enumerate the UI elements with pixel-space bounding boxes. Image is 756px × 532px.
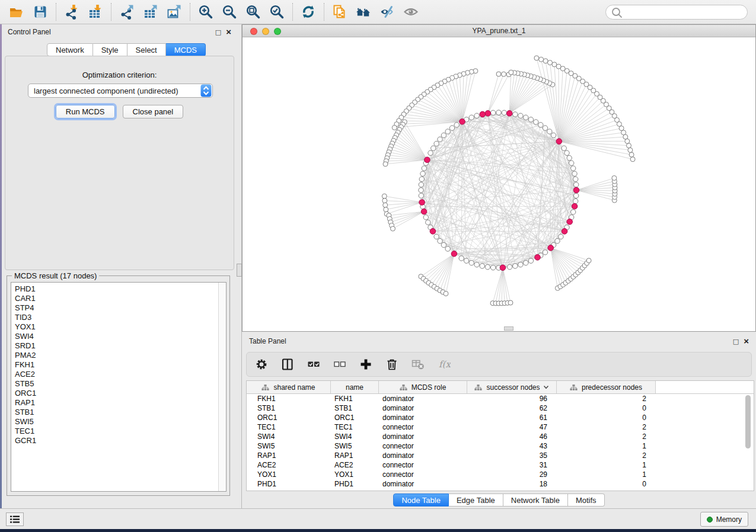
mcds-result-node[interactable]: PMA2	[15, 351, 226, 360]
memory-button[interactable]: Memory	[700, 512, 748, 527]
export-network-button[interactable]	[115, 2, 139, 22]
clone-network-icon	[332, 4, 347, 20]
clone-network-button[interactable]	[328, 2, 352, 22]
delete-column-button[interactable]	[385, 358, 398, 371]
tab-motifs[interactable]: Motifs	[568, 493, 605, 507]
cell-successor-nodes: 47	[467, 423, 557, 431]
column-header-MCDS-role[interactable]: MCDS role	[379, 381, 467, 393]
horizontal-splitter-handle[interactable]	[504, 326, 513, 331]
table-scrollbar[interactable]	[745, 395, 752, 490]
tab-style[interactable]: Style	[93, 43, 127, 56]
node-table[interactable]: shared namenameMCDS rolesuccessor nodesp…	[246, 380, 754, 491]
table-panel-float-icon[interactable]: □	[733, 338, 739, 345]
mcds-result-node[interactable]: GCR1	[15, 436, 226, 446]
toolbar-separator	[292, 3, 293, 21]
network-canvas[interactable]	[243, 37, 755, 331]
table-row[interactable]: YOX1YOX1connector291	[247, 470, 754, 479]
run-mcds-button[interactable]: Run MCDS	[56, 105, 115, 118]
table-row[interactable]: RAP1RAP1dominator352	[247, 451, 754, 460]
control-panel-float-icon[interactable]: □	[215, 28, 221, 36]
export-image-button[interactable]	[162, 2, 186, 22]
table-row[interactable]: ORC1ORC1dominator610	[247, 413, 754, 422]
tab-edge-table[interactable]: Edge Table	[449, 493, 503, 507]
close-panel-button[interactable]: Close panel	[123, 105, 184, 118]
deselect-all-button[interactable]	[333, 358, 346, 371]
column-layout-button[interactable]	[281, 358, 294, 371]
refresh-button[interactable]	[296, 2, 320, 22]
save-session-button[interactable]	[28, 2, 52, 22]
settings-gear-button[interactable]	[255, 358, 268, 371]
column-header-predecessor-nodes[interactable]: predecessor nodes	[557, 381, 656, 393]
mcds-result-node[interactable]: STB1	[15, 408, 226, 417]
column-header-shared-name[interactable]: shared name	[247, 381, 331, 393]
cell-name: TEC1	[331, 423, 379, 431]
table-row[interactable]: ACE2ACE2connector311	[247, 460, 754, 470]
table-row[interactable]: TEC1TEC1connector472	[247, 422, 754, 432]
maximize-traffic-light[interactable]	[274, 28, 281, 35]
network-window-titlebar[interactable]: YPA_prune.txt_1	[243, 25, 755, 37]
minimize-traffic-light[interactable]	[262, 28, 269, 35]
column-header-name[interactable]: name	[331, 381, 379, 393]
add-column-button[interactable]	[359, 358, 372, 371]
mcds-result-node[interactable]: YOX1	[15, 322, 226, 332]
vertical-splitter-handle[interactable]	[237, 264, 242, 277]
optimization-criterion-select[interactable]: largest connected component (undirected)	[28, 84, 213, 98]
cell-successor-nodes: 96	[467, 395, 557, 403]
mcds-result-node[interactable]: ACE2	[15, 370, 226, 379]
show-graphics-details-button[interactable]	[399, 2, 423, 22]
zoom-out-button[interactable]	[218, 2, 241, 22]
mcds-result-node[interactable]: STP4	[15, 303, 226, 313]
zoom-fit-button[interactable]	[241, 2, 265, 22]
mcds-result-node[interactable]: TEC1	[15, 427, 226, 436]
select-all-button[interactable]	[307, 358, 320, 371]
zoom-in-button[interactable]	[194, 2, 218, 22]
search-box[interactable]	[605, 5, 748, 20]
close-traffic-light[interactable]	[250, 28, 257, 35]
tab-network-table[interactable]: Network Table	[503, 493, 568, 507]
double-house-button[interactable]	[352, 2, 375, 22]
mcds-result-node[interactable]: PHD1	[15, 284, 226, 294]
cell-MCDS-role: dominator	[379, 395, 467, 403]
tab-select[interactable]: Select	[127, 43, 166, 56]
tab-mcds[interactable]: MCDS	[166, 43, 206, 56]
import-table-button[interactable]	[84, 2, 107, 22]
table-row[interactable]: STB1STB1dominator620	[247, 403, 754, 413]
mcds-result-node[interactable]: SRD1	[15, 341, 226, 351]
cell-MCDS-role: connector	[379, 442, 467, 450]
mcds-result-node[interactable]: ORC1	[15, 389, 226, 398]
mcds-result-node[interactable]: TID3	[15, 313, 226, 322]
table-row[interactable]: SWI4SWI4dominator462	[247, 432, 754, 441]
select-all-icon	[307, 358, 320, 371]
tab-network[interactable]: Network	[47, 43, 93, 56]
export-table-button[interactable]	[139, 2, 162, 22]
task-history-button[interactable]	[6, 512, 24, 526]
mcds-list-scrollbar[interactable]	[218, 283, 226, 491]
table-scrollbar-thumb[interactable]	[745, 395, 751, 448]
show-graphics-details-icon	[403, 4, 419, 20]
mcds-result-node[interactable]: FKH1	[15, 360, 226, 370]
tab-node-table[interactable]: Node Table	[393, 493, 449, 507]
mcds-result-node[interactable]: SWI4	[15, 332, 226, 341]
memory-status-dot	[707, 517, 713, 523]
main-toolbar	[0, 0, 756, 24]
open-file-button[interactable]	[5, 2, 28, 22]
mcds-result-node[interactable]: STB5	[15, 379, 226, 389]
cell-shared-name: PHD1	[247, 480, 331, 488]
hide-graphics-details-button[interactable]	[375, 2, 399, 22]
table-row[interactable]: FKH1FKH1dominator962	[247, 394, 754, 403]
table-panel-close-icon[interactable]: ×	[744, 338, 749, 344]
mcds-result-node[interactable]: RAP1	[15, 398, 226, 408]
import-network-icon	[64, 4, 79, 20]
mcds-result-node[interactable]: CAR1	[15, 294, 226, 303]
mcds-tab-content: Optimization criterion: largest connecte…	[5, 56, 234, 270]
vertical-splitter[interactable]	[237, 24, 242, 508]
table-row[interactable]: PHD1PHD1dominator180	[247, 479, 754, 489]
column-header-successor-nodes[interactable]: successor nodes	[467, 381, 557, 393]
control-panel-close-icon[interactable]: ×	[226, 29, 231, 35]
mcds-result-list[interactable]: PHD1CAR1STP4TID3YOX1SWI4SRD1PMA2FKH1ACE2…	[11, 282, 227, 492]
cell-MCDS-role: connector	[379, 423, 467, 431]
mcds-result-node[interactable]: SWI5	[15, 417, 226, 427]
zoom-selected-button[interactable]	[265, 2, 289, 22]
table-row[interactable]: SWI5SWI5connector431	[247, 441, 754, 451]
import-network-button[interactable]	[60, 2, 84, 22]
